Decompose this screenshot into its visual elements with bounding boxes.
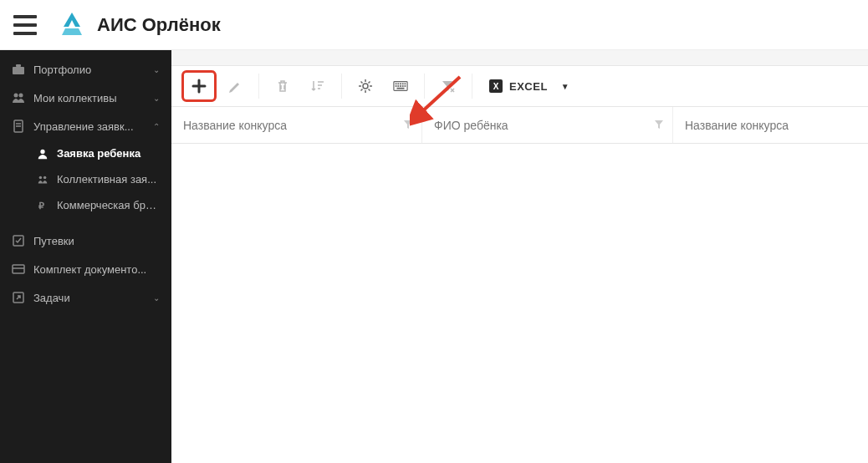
svg-rect-12 [13,265,24,273]
svg-point-16 [363,84,368,89]
document-icon [12,120,25,133]
plus-icon [191,79,207,94]
svg-rect-21 [402,83,404,84]
sidebar-submenu-applications: Заявка ребенка Коллективная зая... ₽ Ком… [0,140,171,218]
add-button[interactable] [181,70,217,102]
filter-clear-icon [441,79,456,94]
chevron-up-icon: ⌃ [153,122,160,131]
app-logo-icon [57,10,87,40]
svg-rect-28 [397,88,405,89]
grid-body-empty [171,144,868,463]
app-title: АИС Орлёнок [97,14,221,36]
svg-rect-20 [400,83,401,84]
users-icon [12,91,25,104]
svg-rect-18 [396,83,397,84]
delete-button[interactable] [266,71,299,101]
grid-header: Название конкурса ФИО ребёнка Название к… [171,107,868,144]
caret-down-icon: ▼ [561,82,569,91]
chevron-down-icon: ⌄ [153,94,160,103]
sidebar: Портфолио ⌄ Мои коллективы ⌄ Управление … [0,50,171,463]
sidebar-item-collective-application[interactable]: Коллективная зая... [25,166,171,192]
sort-icon [310,79,325,94]
sidebar-item-commercial-booking[interactable]: ₽ Коммерческая бро... [25,192,171,218]
excel-icon: X [489,79,503,93]
users-icon [37,174,49,186]
sidebar-item-child-application[interactable]: Заявка ребенка [25,140,171,166]
sidebar-item-portfolio[interactable]: Портфолио ⌄ [0,55,171,84]
main-content: X EXCEL ▼ Название конкурса ФИО ребёнка … [171,50,868,463]
edit-button[interactable] [218,71,252,101]
user-icon [37,148,49,160]
sort-button[interactable] [301,71,334,101]
svg-text:₽: ₽ [38,201,44,211]
sidebar-item-documents[interactable]: Комплект документо... [0,255,171,283]
app-header: АИС Орлёнок [0,0,868,50]
trash-icon [275,79,290,94]
svg-point-2 [14,94,18,98]
filter-icon[interactable] [403,119,413,132]
keyboard-icon [393,79,408,94]
gear-icon [358,79,373,94]
svg-rect-0 [13,67,24,74]
toolbar-separator [424,74,425,99]
svg-rect-23 [396,85,397,87]
svg-point-8 [39,176,43,179]
pencil-icon [227,79,243,94]
menu-toggle-button[interactable] [13,15,37,35]
svg-rect-24 [397,85,399,87]
svg-point-9 [43,176,47,179]
chevron-down-icon: ⌄ [153,293,160,303]
filter-icon[interactable] [654,119,664,132]
settings-button[interactable] [349,71,382,101]
svg-rect-19 [397,83,399,84]
toolbar-separator [341,74,342,99]
toolbar: X EXCEL ▼ [171,65,868,107]
column-header-child-name[interactable]: ФИО ребёнка [422,107,673,143]
clear-filter-button[interactable] [431,71,465,101]
column-header-contest-name[interactable]: Название конкурса [171,107,422,143]
svg-point-3 [19,94,23,98]
svg-rect-26 [402,85,404,87]
svg-rect-25 [400,85,401,87]
export-excel-button[interactable]: X EXCEL ▼ [489,79,569,93]
briefcase-icon [12,63,25,76]
external-link-icon [12,291,25,304]
column-header-contest-name-2[interactable]: Название конкурса [673,107,868,143]
card-icon [12,262,25,276]
ruble-icon: ₽ [37,200,49,211]
sidebar-item-applications[interactable]: Управление заявк... ⌃ [0,112,171,140]
svg-rect-1 [16,64,21,67]
chevron-down-icon: ⌄ [153,65,160,74]
svg-rect-27 [405,85,406,87]
svg-rect-22 [405,83,406,84]
sidebar-item-vouchers[interactable]: Путевки [0,226,171,255]
check-square-icon [12,234,25,247]
sidebar-item-tasks[interactable]: Задачи ⌄ [0,283,171,312]
keyboard-button[interactable] [384,71,417,101]
svg-point-7 [40,149,44,153]
sidebar-item-collectives[interactable]: Мои коллективы ⌄ [0,84,171,112]
toolbar-separator [472,74,472,99]
toolbar-separator [258,74,259,99]
